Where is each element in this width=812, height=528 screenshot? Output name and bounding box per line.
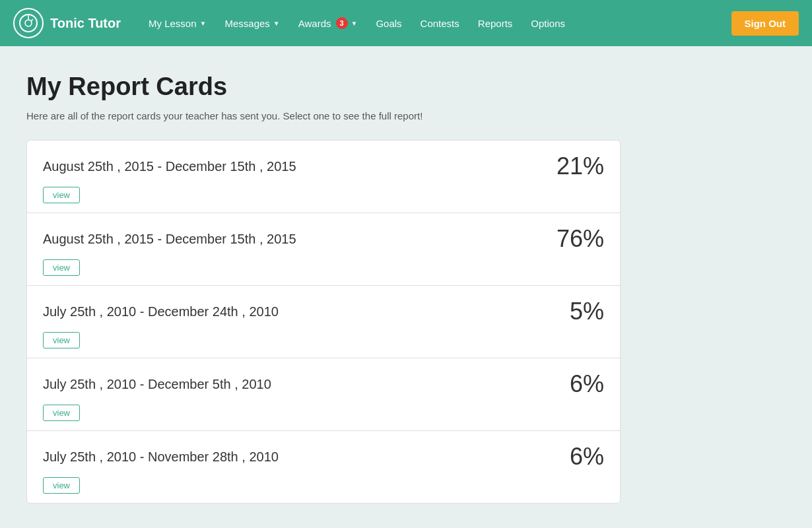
page-subtitle: Here are all of the report cards your te… <box>26 110 786 121</box>
navbar: Tonic Tutor My Lesson ▼ Messages ▼ Award… <box>0 0 812 46</box>
report-score: 6% <box>570 443 604 471</box>
nav-item-messages[interactable]: Messages ▼ <box>217 13 287 34</box>
report-score: 76% <box>557 225 604 253</box>
report-date: July 25th , 2010 - December 24th , 2010 <box>43 304 279 319</box>
nav-item-reports[interactable]: Reports <box>470 13 521 34</box>
report-item: July 25th , 2010 - December 24th , 2010 … <box>27 286 620 358</box>
nav-item-options[interactable]: Options <box>523 13 573 34</box>
report-date: August 25th , 2015 - December 15th , 201… <box>43 159 296 174</box>
report-score: 5% <box>570 298 604 325</box>
report-row: July 25th , 2010 - December 5th , 2010 6… <box>43 370 604 398</box>
awards-badge: 3 <box>336 17 348 29</box>
view-report-button[interactable]: view <box>43 477 80 494</box>
report-row: August 25th , 2015 - December 15th , 201… <box>43 225 604 253</box>
report-date: July 25th , 2010 - December 5th , 2010 <box>43 377 271 392</box>
brand-logo <box>13 8 44 38</box>
nav-item-awards[interactable]: Awards 3 ▼ <box>290 12 366 34</box>
report-list: August 25th , 2015 - December 15th , 201… <box>26 140 621 504</box>
nav-item-goals[interactable]: Goals <box>368 13 409 34</box>
chevron-down-icon: ▼ <box>200 20 207 27</box>
brand: Tonic Tutor <box>13 8 121 38</box>
view-report-button[interactable]: view <box>43 332 80 348</box>
report-score: 21% <box>557 152 604 180</box>
report-date: August 25th , 2015 - December 15th , 201… <box>43 232 296 247</box>
report-date: July 25th , 2010 - November 28th , 2010 <box>43 449 279 465</box>
view-report-button[interactable]: view <box>43 259 80 276</box>
report-row: July 25th , 2010 - November 28th , 2010 … <box>43 443 604 471</box>
report-row: August 25th , 2015 - December 15th , 201… <box>43 152 604 180</box>
page-title: My Report Cards <box>26 73 786 101</box>
view-report-button[interactable]: view <box>43 187 80 203</box>
report-item: July 25th , 2010 - December 5th , 2010 6… <box>27 358 620 431</box>
nav-items: My Lesson ▼ Messages ▼ Awards 3 ▼ Goals … <box>141 12 724 34</box>
nav-item-my-lesson[interactable]: My Lesson ▼ <box>141 13 214 34</box>
report-item: July 25th , 2010 - November 28th , 2010 … <box>27 431 620 503</box>
chevron-down-icon: ▼ <box>351 20 358 27</box>
brand-name: Tonic Tutor <box>50 16 121 31</box>
report-row: July 25th , 2010 - December 24th , 2010 … <box>43 298 604 325</box>
svg-line-3 <box>31 19 33 21</box>
report-score: 6% <box>570 370 604 398</box>
main-content: My Report Cards Here are all of the repo… <box>0 46 812 528</box>
nav-item-contests[interactable]: Contests <box>413 13 467 34</box>
sign-out-button[interactable]: Sign Out <box>731 11 799 36</box>
report-item: August 25th , 2015 - December 15th , 201… <box>27 141 620 213</box>
report-item: August 25th , 2015 - December 15th , 201… <box>27 213 620 286</box>
chevron-down-icon: ▼ <box>273 20 280 27</box>
view-report-button[interactable]: view <box>43 405 80 421</box>
